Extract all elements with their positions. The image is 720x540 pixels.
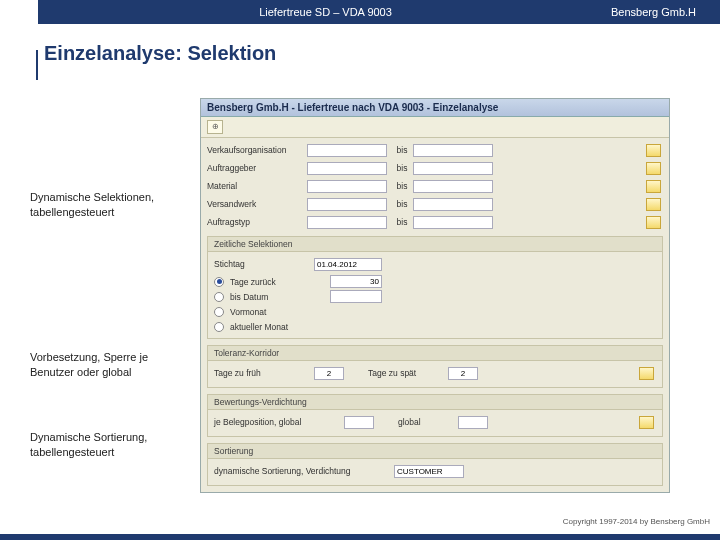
tol-late-label: Tage zu spät xyxy=(368,368,448,378)
sort-label: dynamische Sortierung, Verdichtung xyxy=(214,466,394,476)
multi-select-button[interactable] xyxy=(646,144,661,157)
group-title: Sortierung xyxy=(208,444,662,459)
sap-body: Verkaufsorganisation bis Auftraggeber bi… xyxy=(201,138,669,492)
sel-bis: bis xyxy=(391,163,413,173)
group-evaluation: Bewertungs-Verdichtung je Belegposition,… xyxy=(207,394,663,437)
sel-label: Auftraggeber xyxy=(207,163,307,173)
sort-field[interactable]: CUSTOMER xyxy=(394,465,464,478)
header-notch xyxy=(0,0,40,24)
days-back-field[interactable]: 30 xyxy=(330,275,382,288)
sel-label: Verkaufsorganisation xyxy=(207,145,307,155)
radio-days-back[interactable] xyxy=(214,277,224,287)
side-label-sorting: Dynamische Sortierung,tabellengesteuert xyxy=(30,430,147,460)
stichtag-field[interactable]: 01.04.2012 xyxy=(314,258,382,271)
bew-label2: global xyxy=(398,417,458,427)
multi-select-button[interactable] xyxy=(646,198,661,211)
tol-early-field[interactable]: 2 xyxy=(314,367,344,380)
sel-label: Versandwerk xyxy=(207,199,307,209)
footer-bar xyxy=(0,534,720,540)
sel-label: Material xyxy=(207,181,307,191)
header-bar: Liefertreue SD – VDA 9003 Bensberg Gmb.H xyxy=(0,0,720,24)
sel-from-field[interactable] xyxy=(307,162,387,175)
sel-row: Material bis xyxy=(207,178,663,194)
multi-select-button[interactable] xyxy=(646,162,661,175)
group-title: Bewertungs-Verdichtung xyxy=(208,395,662,410)
sel-from-field[interactable] xyxy=(307,180,387,193)
sel-to-field[interactable] xyxy=(413,216,493,229)
group-title: Toleranz-Korridor xyxy=(208,346,662,361)
radio-current-month[interactable] xyxy=(214,322,224,332)
group-sort: Sortierung dynamische Sortierung, Verdic… xyxy=(207,443,663,486)
sel-row: Auftragstyp bis xyxy=(207,214,663,230)
multi-select-button[interactable] xyxy=(639,416,654,429)
tol-late-field[interactable]: 2 xyxy=(448,367,478,380)
slide-title: Einzelanalyse: Selektion xyxy=(44,42,720,65)
until-date-field[interactable] xyxy=(330,290,382,303)
multi-select-button[interactable] xyxy=(646,180,661,193)
header-brand: Bensberg Gmb.H xyxy=(611,6,720,18)
sap-toolbar: ⊕ xyxy=(201,117,669,138)
sel-to-field[interactable] xyxy=(413,180,493,193)
sel-label: Auftragstyp xyxy=(207,217,307,227)
sel-row: Verkaufsorganisation bis xyxy=(207,142,663,158)
radio-label: aktueller Monat xyxy=(230,322,330,332)
sel-to-field[interactable] xyxy=(413,144,493,157)
radio-label: Vormonat xyxy=(230,307,330,317)
radio-prev-month[interactable] xyxy=(214,307,224,317)
sap-window-title: Bensberg Gmb.H - Liefertreue nach VDA 90… xyxy=(201,99,669,117)
bew-field2[interactable] xyxy=(458,416,488,429)
title-tick xyxy=(36,50,38,80)
sel-bis: bis xyxy=(391,217,413,227)
sel-from-field[interactable] xyxy=(307,198,387,211)
sel-from-field[interactable] xyxy=(307,144,387,157)
radio-label: Tage zurück xyxy=(230,277,330,287)
group-time: Zeitliche Selektionen Stichtag 01.04.201… xyxy=(207,236,663,339)
bew-field1[interactable] xyxy=(344,416,374,429)
group-title: Zeitliche Selektionen xyxy=(208,237,662,252)
sel-row: Versandwerk bis xyxy=(207,196,663,212)
sel-bis: bis xyxy=(391,199,413,209)
multi-select-button[interactable] xyxy=(646,216,661,229)
side-label-preset: Vorbesetzung, Sperre jeBenutzer oder glo… xyxy=(30,350,148,380)
copyright: Copyright 1997-2014 by Bensberg GmbH xyxy=(563,517,710,526)
side-label-selections: Dynamische Selektionen,tabellengesteuert xyxy=(30,190,154,220)
stichtag-label: Stichtag xyxy=(214,259,314,269)
header-title: Liefertreue SD – VDA 9003 xyxy=(40,6,611,18)
sel-bis: bis xyxy=(391,145,413,155)
radio-until-date[interactable] xyxy=(214,292,224,302)
sel-to-field[interactable] xyxy=(413,198,493,211)
sap-window: Bensberg Gmb.H - Liefertreue nach VDA 90… xyxy=(200,98,670,493)
sel-bis: bis xyxy=(391,181,413,191)
bew-label1: je Belegposition, global xyxy=(214,417,344,427)
tol-early-label: Tage zu früh xyxy=(214,368,314,378)
toolbar-button[interactable]: ⊕ xyxy=(207,120,223,134)
sel-row: Auftraggeber bis xyxy=(207,160,663,176)
multi-select-button[interactable] xyxy=(639,367,654,380)
sel-from-field[interactable] xyxy=(307,216,387,229)
group-tolerance: Toleranz-Korridor Tage zu früh 2 Tage zu… xyxy=(207,345,663,388)
radio-label: bis Datum xyxy=(230,292,330,302)
sel-to-field[interactable] xyxy=(413,162,493,175)
